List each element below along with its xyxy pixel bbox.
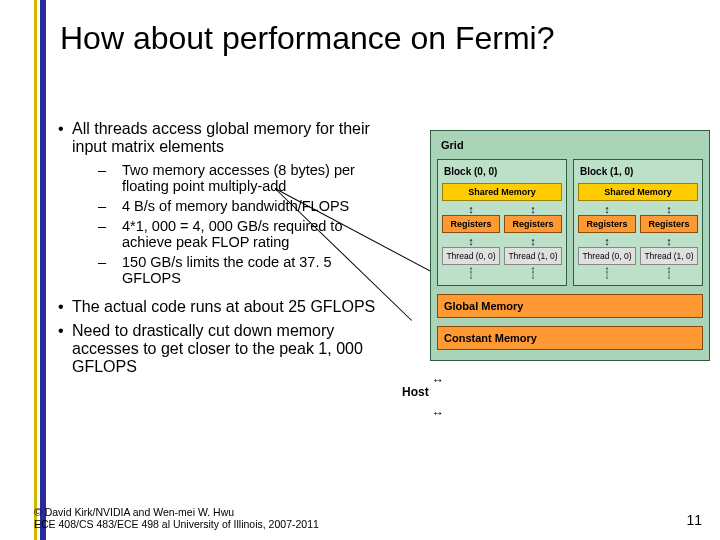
- shared-mem-0: Shared Memory: [442, 183, 562, 201]
- grid-box: Grid Block (0, 0) Shared Memory ↕↕ Regis…: [430, 130, 710, 361]
- bullet-2: The actual code runs at about 25 GFLOPS: [72, 298, 382, 316]
- sub-4: 150 GB/s limits the code at 37. 5 GFLOPS: [122, 254, 382, 286]
- thread-00-0: Thread (0, 0): [442, 247, 500, 265]
- bullet-content: •All threads access global memory for th…: [58, 120, 408, 382]
- block-0-0: Block (0, 0) Shared Memory ↕↕ Registers …: [437, 159, 567, 286]
- reg-11: Registers: [640, 215, 698, 233]
- memory-diagram: Grid Block (0, 0) Shared Memory ↕↕ Regis…: [430, 130, 710, 361]
- block-1-0: Block (1, 0) Shared Memory ↕↕ Registers …: [573, 159, 703, 286]
- sub-3: 4*1, 000 = 4, 000 GB/s required to achie…: [122, 218, 382, 250]
- copyright-line2: ECE 408/CS 483/ECE 498 al University of …: [34, 518, 319, 530]
- reg-00: Registers: [442, 215, 500, 233]
- sub-2: 4 B/s of memory bandwidth/FLOPS: [122, 198, 382, 214]
- thread-00-1: Thread (0, 0): [578, 247, 636, 265]
- block10-label: Block (1, 0): [580, 166, 698, 177]
- slide-title: How about performance on Fermi?: [60, 20, 700, 57]
- thread-10-0: Thread (1, 0): [504, 247, 562, 265]
- thread-10-1: Thread (1, 0): [640, 247, 698, 265]
- bullet-3: Need to drastically cut down memory acce…: [72, 322, 382, 376]
- host-label: Host: [402, 385, 429, 399]
- block00-label: Block (0, 0): [444, 166, 562, 177]
- host-arrow-1: ↔: [432, 373, 442, 387]
- copyright: © David Kirk/NVIDIA and Wen-mei W. Hwu E…: [34, 506, 319, 530]
- page-number: 11: [686, 512, 702, 528]
- left-stripe: [34, 0, 46, 540]
- global-memory: Global Memory: [437, 294, 703, 318]
- shared-mem-1: Shared Memory: [578, 183, 698, 201]
- copyright-line1: © David Kirk/NVIDIA and Wen-mei W. Hwu: [34, 506, 319, 518]
- constant-memory: Constant Memory: [437, 326, 703, 350]
- reg-10: Registers: [578, 215, 636, 233]
- grid-label: Grid: [441, 139, 703, 151]
- reg-01: Registers: [504, 215, 562, 233]
- bullet-1: All threads access global memory for the…: [72, 120, 382, 156]
- host-arrow-2: ↔: [432, 406, 442, 420]
- sub-1: Two memory accesses (8 bytes) per floati…: [122, 162, 382, 194]
